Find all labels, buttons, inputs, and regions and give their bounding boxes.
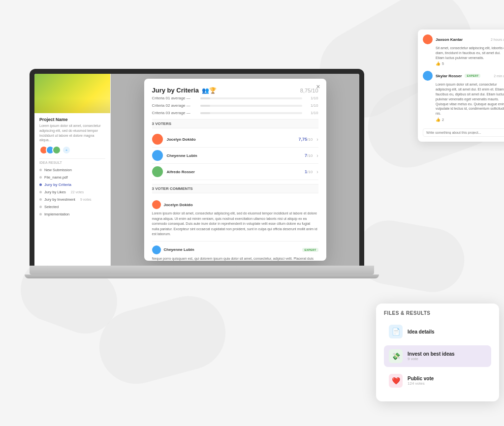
comment-time-2: 2 min ago xyxy=(494,74,504,78)
criteria-val-3: 1/10 xyxy=(306,111,318,115)
comment-avatar-2 xyxy=(152,245,161,254)
avatars-row: + xyxy=(39,146,105,154)
criteria-bar-1 xyxy=(200,97,302,99)
comment-card-2: Skylar Rosser EXPERT 2 min ago Lorem ips… xyxy=(423,71,504,122)
voter-avatar-2 xyxy=(152,150,163,161)
criteria-val-2: 1/10 xyxy=(306,103,318,108)
modal-overlay[interactable]: × Jury by Criteria 👥🏆 8,75/10 Criteria 0 xyxy=(111,74,359,266)
laptop-foot xyxy=(25,274,379,278)
modal-score: 8,75/10 xyxy=(300,87,318,94)
right-comments-panel: Jaxson Kantar 2 hours ago Sit amet, cons… xyxy=(418,30,504,142)
voter-row-2[interactable]: Cheyenne Lubin 7/10 › xyxy=(152,148,318,164)
comment-text-1: Lorem ipsum dolor sit amet, consectetur … xyxy=(152,211,318,237)
comment-author-2: Cheyenne Lubin xyxy=(164,247,300,252)
comment-author-1: Jocelyn Dokido xyxy=(164,203,318,207)
close-icon[interactable]: × xyxy=(316,83,320,91)
voters-list: Jocelyn Dokido 7,75/10 › Cheyenne Lubin … xyxy=(152,131,318,180)
files-item-idea-details[interactable]: 📄 Idea details xyxy=(384,321,491,342)
voter-arrow-3[interactable]: › xyxy=(316,169,318,175)
voter-avatar-1 xyxy=(152,134,163,145)
sidebar-new-submission[interactable]: New Submission xyxy=(39,166,105,174)
public-vote-text: Public vote 124 votes xyxy=(408,376,434,386)
comment-input[interactable] xyxy=(423,128,504,137)
modal-emoji: 👥🏆 xyxy=(202,87,217,94)
expert-badge-2: EXPERT xyxy=(465,74,480,78)
section-label: IDEA RESULT xyxy=(39,161,105,164)
laptop-bezel: Project Name Lorem ipsum dolor sit amet,… xyxy=(30,69,364,266)
sidebar-implementation[interactable]: Implementation xyxy=(39,211,105,218)
comment-avatar-1 xyxy=(152,200,161,209)
criteria-label-3: Criteria 03 average — xyxy=(152,111,196,115)
jury-criteria-modal: × Jury by Criteria 👥🏆 8,75/10 Criteria 0 xyxy=(144,79,326,261)
criteria-bar-3 xyxy=(200,112,302,114)
laptop-base xyxy=(30,266,374,274)
main-content: × Jury by Criteria 👥🏆 8,75/10 Criteria 0 xyxy=(111,74,359,266)
invest-name: Invest on best ideas xyxy=(408,351,455,357)
comment-block-2: Cheyenne Lubin EXPERT Neque porro quisqu… xyxy=(152,242,318,261)
files-card-title: FILES & RESULTS xyxy=(384,310,491,316)
voter-row-3[interactable]: Alfredo Rosser 1/10 › xyxy=(152,164,318,180)
avatar-plus[interactable]: + xyxy=(62,146,71,154)
comment-card-1: Jaxson Kantar 2 hours ago Sit amet, cons… xyxy=(423,34,504,66)
sidebar-jury-criteria[interactable]: Jury by Criteria xyxy=(39,181,105,188)
like-row-1: 👍 5 xyxy=(436,61,504,66)
invest-sub: 9 vote xyxy=(408,357,455,361)
comment-body-2: Lorem ipsum dolor sit amet, consectetur … xyxy=(436,82,504,116)
voter-name-2: Cheyenne Lubin xyxy=(167,153,301,158)
criteria-row-3: Criteria 03 average — 1/10 xyxy=(152,111,318,115)
sidebar-selected[interactable]: Selected xyxy=(39,203,105,211)
comment-text-2: Neque porro quisquam est, qui dolorem ip… xyxy=(152,256,318,261)
voter-score-3: 1/10 xyxy=(305,169,313,174)
files-results-card: FILES & RESULTS 📄 Idea details 💸 Invest … xyxy=(376,304,499,401)
like-icon-1[interactable]: 👍 xyxy=(436,61,441,66)
voters-section-header: 3 VOTERS xyxy=(152,119,318,128)
sidebar-file[interactable]: File_name.pdf xyxy=(39,174,105,181)
avatar-3 xyxy=(52,146,61,154)
like-count-1: 5 xyxy=(442,62,444,65)
voter-avatar-3 xyxy=(152,166,163,177)
comment-body-1: Sit amet, consectetur adipiscing elit, l… xyxy=(436,46,504,60)
commenter-avatar-1 xyxy=(423,34,433,44)
public-vote-sub: 124 votes xyxy=(408,381,434,386)
comment-time-1: 2 hours ago xyxy=(491,38,504,41)
laptop: Project Name Lorem ipsum dolor sit amet,… xyxy=(30,69,374,278)
voter-score-1: 7,75/10 xyxy=(299,137,313,142)
idea-details-name: Idea details xyxy=(408,329,434,335)
like-count-2: 2 xyxy=(442,118,444,122)
criteria-label-2: Criteria 02 average — xyxy=(152,103,196,108)
public-vote-icon: ❤️ xyxy=(389,374,403,388)
comment-card-header-2: Skylar Rosser EXPERT 2 min ago xyxy=(423,71,504,81)
files-item-invest[interactable]: 💸 Invest on best ideas 9 vote xyxy=(384,345,491,367)
public-vote-name: Public vote xyxy=(408,376,434,381)
laptop-screen: Project Name Lorem ipsum dolor sit amet,… xyxy=(34,74,359,266)
project-image xyxy=(34,74,110,113)
voter-row-1[interactable]: Jocelyn Dokido 7,75/10 › xyxy=(152,131,318,148)
criteria-list: Criteria 01 average — 1/10 Criteria 02 a… xyxy=(152,96,318,115)
commenter-name-2: Skylar Rosser xyxy=(436,74,462,78)
like-icon-2[interactable]: 👍 xyxy=(436,118,441,122)
commenter-avatar-2 xyxy=(423,71,433,81)
invest-icon: 💸 xyxy=(389,349,403,363)
criteria-row-1: Criteria 01 average — 1/10 xyxy=(152,96,318,100)
voter-name-1: Jocelyn Dokido xyxy=(167,137,295,142)
like-row-2: 👍 2 xyxy=(436,118,504,122)
comment-header-2: Cheyenne Lubin EXPERT xyxy=(152,245,318,254)
project-description: Lorem ipsum dolor sit amet, consectetur … xyxy=(39,123,105,143)
invest-text: Invest on best ideas 9 vote xyxy=(408,351,455,361)
sidebar-jury-likes[interactable]: Jury by Likes 22 votes xyxy=(39,188,105,196)
voter-arrow-2[interactable]: › xyxy=(316,153,318,158)
sidebar: Project Name Lorem ipsum dolor sit amet,… xyxy=(34,74,111,266)
expert-badge: EXPERT xyxy=(302,248,318,252)
criteria-val-1: 1/10 xyxy=(306,96,318,100)
voter-arrow-1[interactable]: › xyxy=(316,137,318,142)
criteria-bar-2 xyxy=(200,105,302,107)
modal-title: Jury by Criteria 👥🏆 8,75/10 xyxy=(152,87,318,94)
sidebar-jury-investment[interactable]: Jury by Investment 9 votes xyxy=(39,196,105,203)
files-item-public-vote[interactable]: ❤️ Public vote 124 votes xyxy=(384,370,491,392)
idea-details-text: Idea details xyxy=(408,329,434,335)
voter-score-2: 7/10 xyxy=(305,153,313,158)
comment-header-1: Jocelyn Dokido xyxy=(152,200,318,209)
project-name: Project Name xyxy=(39,117,105,122)
criteria-row-2: Criteria 02 average — 1/10 xyxy=(152,103,318,108)
comment-card-header-1: Jaxson Kantar 2 hours ago xyxy=(423,34,504,44)
